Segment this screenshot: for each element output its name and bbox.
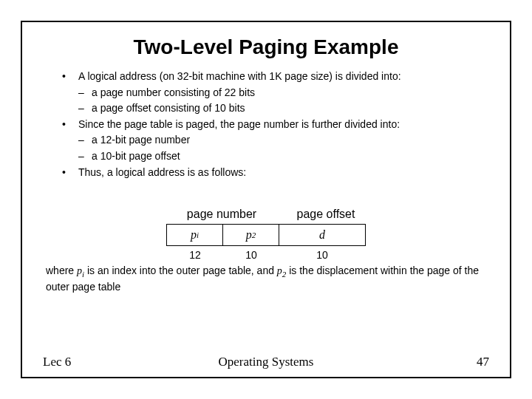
bullet-dash: –: [78, 86, 92, 100]
bits-p1: 12: [167, 249, 223, 261]
bullet-1a-text: a page number consisting of 22 bits: [92, 86, 255, 100]
cell-p2: p2: [223, 225, 279, 245]
footer-center: Operating Systems: [43, 355, 489, 369]
bullet-3-text: Thus, a logical address is as follows:: [78, 166, 246, 180]
cell-p2-sub: 2: [252, 231, 256, 239]
bullet-1a: – a page number consisting of 22 bits: [78, 86, 489, 100]
bullet-dot: •: [62, 117, 78, 132]
bullet-2b-text: a 10-bit page offset: [92, 149, 180, 164]
slide-frame: Two-Level Paging Example • A logical add…: [21, 21, 511, 378]
caption-pre: where: [46, 265, 77, 276]
header-page-number: page number: [166, 208, 278, 221]
bullet-list: • A logical address (on 32-bit machine w…: [62, 69, 489, 180]
bullet-1-text: A logical address (on 32-bit machine wit…: [78, 69, 401, 84]
diagram-bitwidths: 12 10 10: [167, 249, 365, 261]
cell-p1-base: p: [191, 228, 197, 242]
cell-d-text: d: [319, 228, 325, 242]
cell-p2-base: p: [246, 228, 252, 242]
bullet-dash: –: [78, 133, 92, 148]
bullet-1: • A logical address (on 32-bit machine w…: [62, 69, 489, 84]
bullet-2a-text: a 12-bit page number: [92, 133, 190, 148]
diagram-caption: where pi is an index into the outer page…: [43, 264, 489, 294]
header-page-offset: page offset: [285, 208, 366, 221]
cell-p1: pi: [167, 225, 223, 245]
bits-p2: 10: [223, 249, 279, 261]
slide-footer: Lec 6 Operating Systems 47: [43, 355, 489, 369]
caption-mid1: is an index into the outer page table, a…: [84, 265, 277, 276]
diagram-headers: page number page offset: [166, 208, 366, 221]
bullet-2b: – a 10-bit page offset: [78, 149, 489, 164]
bullet-2-text: Since the page table is paged, the page …: [78, 117, 400, 132]
bullet-3: • Thus, a logical address is as follows:: [62, 166, 489, 180]
bullet-2: • Since the page table is paged, the pag…: [62, 117, 489, 132]
diagram-boxes: pi p2 d: [166, 224, 366, 246]
bullet-dot: •: [62, 69, 78, 84]
bits-d: 10: [279, 249, 365, 261]
bullet-dash: –: [78, 149, 92, 164]
caption-p2-base: p: [277, 265, 282, 276]
bullet-1b-text: a page offset consisting of 10 bits: [92, 101, 245, 116]
bullet-2a: – a 12-bit page number: [78, 133, 489, 148]
bullet-1b: – a page offset consisting of 10 bits: [78, 101, 489, 116]
bullet-dot: •: [62, 166, 78, 180]
bullet-dash: –: [78, 101, 92, 116]
address-diagram: page number page offset pi p2 d 12 10 10: [43, 208, 489, 261]
cell-p1-sub: i: [197, 231, 199, 239]
cell-d: d: [279, 225, 365, 245]
slide-title: Two-Level Paging Example: [43, 35, 489, 59]
caption-pi-base: p: [77, 265, 82, 276]
